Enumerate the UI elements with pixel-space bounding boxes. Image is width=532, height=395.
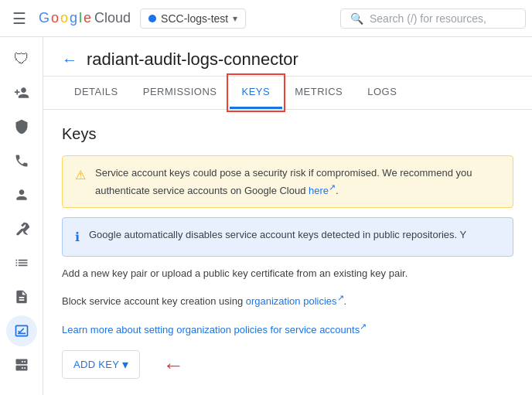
tabs-bar: DETAILS PERMISSIONS KEYS METRICS LOGS (43, 77, 532, 110)
tab-keys[interactable]: KEYS (230, 77, 283, 109)
warning-icon: ⚠ (75, 166, 86, 185)
search-bar[interactable]: 🔍 Search (/) for resources, (340, 9, 526, 29)
project-name: SCC-logs-test (161, 12, 228, 25)
body-text-3: Learn more about setting organization po… (62, 319, 513, 338)
chevron-down-icon: ▾ (233, 13, 237, 24)
main-layout: 🛡 ← radiant-a (0, 37, 532, 395)
security-warning-alert: ⚠ Service account keys could pose a secu… (62, 155, 513, 208)
here-link[interactable]: here↗ (309, 185, 336, 196)
logo-o2: o (60, 10, 68, 26)
sidebar-item-phone[interactable] (6, 145, 37, 176)
ext-link-icon-2: ↗ (337, 293, 344, 302)
topbar: ☰ Google Cloud SCC-logs-test ▾ 🔍 Search … (0, 0, 532, 37)
logo-g2: g (70, 10, 77, 26)
body-text-1: Add a new key pair or upload a public ke… (62, 266, 513, 282)
red-arrow-annotation: ← (162, 353, 184, 378)
keys-section-title: Keys (62, 125, 513, 143)
sidebar-item-person-add[interactable] (6, 77, 37, 108)
auto-disable-alert: ℹ Google automatically disables service … (62, 217, 513, 257)
sidebar-item-wrench[interactable] (6, 213, 37, 244)
sidebar-item-security[interactable] (6, 111, 37, 142)
page-title: radiant-audit-logs-connector (87, 49, 298, 70)
info-text: Google automatically disables service ac… (89, 227, 466, 243)
sidebar-item-console[interactable] (6, 315, 37, 346)
project-dot-icon (148, 15, 156, 22)
logo-cloud-text: Cloud (94, 10, 131, 26)
keys-content: Keys ⚠ Service account keys could pose a… (43, 110, 532, 394)
add-key-dropdown-icon: ▾ (122, 357, 128, 372)
org-policies-link[interactable]: organization policies↗ (246, 295, 344, 307)
sidebar-item-person[interactable] (6, 179, 37, 210)
add-key-button[interactable]: ADD KEY ▾ (62, 350, 140, 379)
project-selector[interactable]: SCC-logs-test ▾ (140, 9, 246, 29)
warning-text: Service account keys could pose a securi… (95, 165, 500, 198)
body-text-2: Block service account key creation using… (62, 291, 513, 310)
add-key-area: ADD KEY ▾ ← (62, 350, 513, 379)
sidebar-item-doc[interactable] (6, 281, 37, 312)
ext-link-icon-3: ↗ (360, 321, 367, 330)
main-content: ← radiant-audit-logs-connector DETAILS P… (43, 37, 532, 395)
logo-g: G (39, 10, 49, 26)
sidebar: 🛡 (0, 37, 43, 395)
sidebar-item-shield[interactable]: 🛡 (6, 43, 37, 74)
external-link-icon: ↗ (329, 182, 336, 192)
hamburger-menu-icon[interactable]: ☰ (6, 3, 32, 34)
search-icon: 🔍 (350, 12, 363, 25)
logo-e: e (84, 10, 91, 26)
tab-details[interactable]: DETAILS (62, 77, 131, 109)
sidebar-item-server[interactable] (6, 349, 37, 380)
search-placeholder: Search (/) for resources, (370, 12, 486, 25)
info-icon: ℹ (75, 228, 80, 247)
page-header: ← radiant-audit-logs-connector (43, 37, 532, 77)
learn-more-link[interactable]: Learn more about setting organization po… (62, 324, 367, 335)
logo-o1: o (51, 10, 59, 26)
tab-metrics[interactable]: METRICS (282, 77, 355, 109)
logo-l: l (79, 10, 82, 26)
google-cloud-logo: Google Cloud (39, 10, 131, 26)
back-button[interactable]: ← (62, 51, 77, 69)
add-key-label: ADD KEY (73, 359, 119, 370)
tab-permissions[interactable]: PERMISSIONS (131, 77, 230, 109)
tab-logs[interactable]: LOGS (355, 77, 409, 109)
sidebar-item-list[interactable] (6, 247, 37, 278)
